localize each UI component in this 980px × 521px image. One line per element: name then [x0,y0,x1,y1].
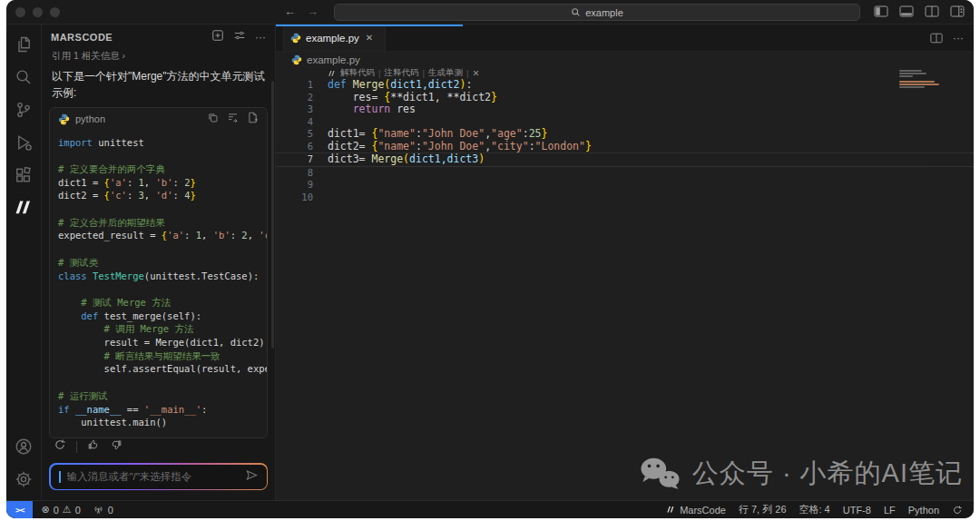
codelens-close-icon[interactable]: ✕ [472,68,479,78]
explorer-icon[interactable] [12,33,35,56]
code-card: python import unittest # 定义要合并的两个字典dict1… [49,107,268,438]
panel-more-icon[interactable]: ··· [255,31,266,44]
code-token: : [230,230,242,241]
code-token: } [491,92,497,104]
cursor-position[interactable]: 行 7, 列 26 [739,503,787,516]
code-token: # 测试类 [58,257,98,268]
panel-header: MARSCODE ··· [42,25,275,47]
ports-indicator[interactable]: 0 [93,504,113,516]
indentation[interactable]: 空格: 4 [799,503,830,516]
code-token: "John Doe" [422,128,485,141]
code-token: 'b' [213,230,230,241]
code-token: unittest [93,137,144,148]
copy-icon[interactable] [207,111,219,127]
breadcrumb[interactable]: example.py [276,52,974,67]
settings-icon[interactable] [12,467,35,491]
line-number: 2 [276,92,328,104]
code-token: # 断言结果与期望结果一致 [58,350,220,361]
feedback-row [42,438,275,463]
code-line [58,242,259,256]
code-token: dict3= [328,153,371,166]
split-editor-icon[interactable] [925,5,939,17]
error-icon: ⊗ [41,505,49,515]
search-icon[interactable] [12,65,35,89]
sync-icon[interactable] [952,505,963,516]
code-token: def [328,79,353,92]
editor-code[interactable]: 1def Merge(dict1,dict2):2 res= {**dict1,… [276,79,974,203]
code-token: '__main__' [144,404,201,415]
code-token: : [184,230,196,241]
eol-sequence[interactable]: LF [884,505,896,516]
code-line: # 定义要合并的两个字典 [58,162,259,176]
new-chat-icon[interactable] [211,29,224,45]
editor-actions: ··· [930,25,974,51]
minimap-line [899,86,925,88]
marscode-status-item[interactable]: MarsCode [666,505,726,516]
settings-sliders-icon[interactable] [233,29,246,45]
more-actions-icon[interactable]: ··· [953,32,964,44]
chat-input-box[interactable] [51,465,267,489]
breadcrumb-file[interactable]: example.py [307,54,360,65]
maximize-window-button[interactable] [50,7,60,17]
thumbs-down-icon[interactable] [110,438,122,455]
codelens-separator: | [466,68,468,78]
toggle-primary-sidebar-icon[interactable] [874,5,888,17]
reference-link[interactable]: 引用 1 相关信息 › [42,47,275,65]
problems-indicator[interactable]: ⊗ 0 ⚠ 0 [41,505,80,516]
minimize-window-button[interactable] [33,7,43,17]
code-line: dict1 = {'a': 1, 'b': 2} [58,176,259,190]
python-icon [291,54,302,65]
regenerate-icon[interactable] [54,438,66,455]
code-token: ( [384,79,390,92]
tab-close-icon[interactable]: ✕ [366,33,373,43]
account-icon[interactable] [12,435,35,458]
code-token: return [328,103,390,116]
forward-icon[interactable]: → [307,5,318,19]
status-bar: >< ⊗ 0 ⚠ 0 0 MarsCode 行 7, 列 26 空格: 4 UT… [6,500,974,518]
code-token: 'b' [156,177,173,188]
code-token: (unittest.TestCase): [144,270,259,281]
codelens-separator: | [378,68,380,78]
code-token: expected_result = [58,230,162,241]
remote-indicator[interactable]: >< [6,501,33,518]
minimap[interactable] [899,70,941,96]
code-line: 2 res= {**dict1, **dict2} [276,92,974,104]
encoding[interactable]: UTF-8 [843,505,871,516]
command-center-search[interactable]: example [334,4,860,21]
close-window-button[interactable] [15,7,25,17]
code-token: 'c' [110,190,127,201]
line-number: 1 [276,79,328,92]
code-line: # 测试类 [58,256,259,270]
feedback-divider [76,441,77,453]
customize-layout-icon[interactable] [950,5,965,17]
code-line: # 运行测试 [58,389,259,403]
tab-example-py[interactable]: example.py ✕ [283,25,386,51]
thumbs-up-icon[interactable] [87,438,100,455]
code-token: 'a' [167,230,184,241]
insert-new-file-icon[interactable] [247,111,259,127]
editor-body[interactable]: 解释代码 | 注释代码 | 生成单测 | ✕ 1def Merge(dict1,… [276,67,974,500]
source-control-icon[interactable] [12,98,35,122]
extensions-icon[interactable] [12,163,35,187]
language-mode[interactable]: Python [908,505,939,516]
toggle-panel-icon[interactable] [899,5,914,17]
code-token: ( [403,153,409,166]
code-line: 8 [276,167,974,180]
wechat-icon [637,455,682,493]
code-token: , [248,230,260,241]
code-token: Merge [371,153,403,166]
split-editor-icon[interactable] [930,33,943,44]
sidebar-scrollbar[interactable] [271,81,274,349]
chat-input[interactable] [65,470,240,483]
code-line: 7dict3= Merge(dict1,dict3) [276,152,974,167]
code-card-header: python [50,108,267,131]
send-icon[interactable] [245,468,259,486]
code-token: : [201,404,207,415]
code-token: unittest.main() [58,417,167,428]
code-line: # 断言结果与期望结果一致 [58,349,259,363]
back-icon[interactable]: ← [284,5,296,19]
run-debug-icon[interactable] [12,131,35,154]
marscode-icon[interactable] [12,196,35,220]
activity-bar-bottom [12,435,35,500]
insert-at-cursor-icon[interactable] [227,111,239,127]
